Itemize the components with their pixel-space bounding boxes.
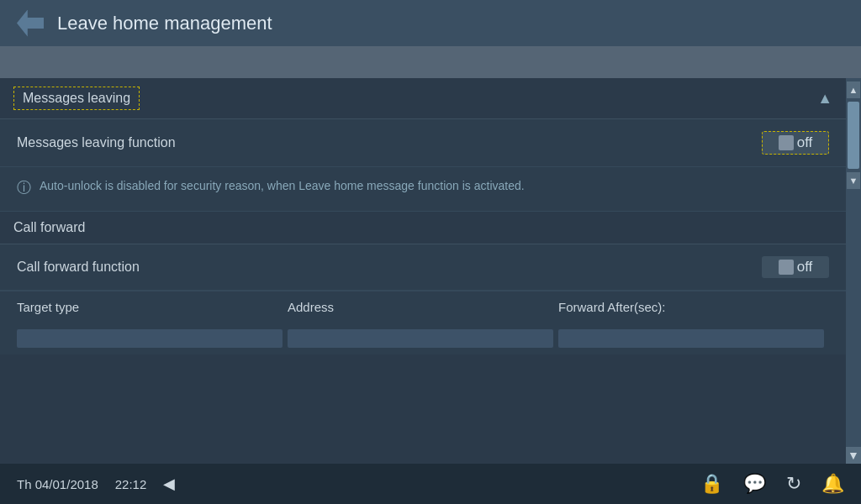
main-content: Messages leaving ▲ Messages leaving func… bbox=[0, 78, 861, 464]
scroll-area: Messages leaving ▲ Messages leaving func… bbox=[0, 78, 846, 464]
call-forward-section-header: Call forward bbox=[0, 212, 846, 244]
bell-icon[interactable]: 🔔 bbox=[821, 473, 844, 495]
call-forward-toggle-knob bbox=[779, 260, 794, 275]
call-forward-toggle-state: off bbox=[797, 259, 813, 276]
sub-header-bar bbox=[0, 46, 861, 78]
scrollbar-down-button[interactable]: ▼ bbox=[847, 172, 860, 189]
page-title: Leave home management bbox=[57, 13, 272, 34]
scrollbar-up-button[interactable]: ▲ bbox=[847, 81, 860, 98]
messages-leaving-toggle-state: off bbox=[797, 134, 813, 151]
lock-icon[interactable]: 🔒 bbox=[700, 473, 723, 495]
col-target-type: Target type bbox=[17, 300, 288, 314]
col-address: Address bbox=[288, 300, 558, 314]
scrollbar-thumb[interactable] bbox=[848, 102, 859, 169]
refresh-icon[interactable]: ↻ bbox=[786, 473, 801, 495]
collapse-button[interactable]: ▲ bbox=[817, 90, 832, 108]
messages-leaving-toggle[interactable]: off bbox=[762, 131, 829, 155]
messages-leaving-section-header: Messages leaving ▲ bbox=[0, 78, 846, 119]
info-icon: ⓘ bbox=[17, 178, 31, 197]
call-forward-toggle[interactable]: off bbox=[762, 256, 829, 278]
info-row: ⓘ Auto-unlock is disabled for security r… bbox=[0, 167, 846, 212]
title-bar: Leave home management bbox=[0, 0, 861, 46]
status-time: 22:12 bbox=[115, 477, 147, 491]
table-cell-2 bbox=[288, 329, 553, 348]
back-icon[interactable]: ◀ bbox=[163, 475, 175, 493]
info-text: Auto-unlock is disabled for security rea… bbox=[40, 177, 525, 195]
back-arrow-icon[interactable] bbox=[17, 10, 44, 37]
call-forward-title: Call forward bbox=[13, 220, 85, 235]
messages-leaving-function-row: Messages leaving function off bbox=[0, 119, 846, 167]
table-cell-1 bbox=[17, 329, 283, 348]
toggle-knob bbox=[779, 135, 794, 150]
status-bar: Th 04/01/2018 22:12 ◀ 🔒 💬 ↻ 🔔 bbox=[0, 464, 861, 504]
col-forward-after: Forward After(sec): bbox=[558, 300, 829, 314]
status-date: Th 04/01/2018 bbox=[17, 477, 98, 491]
table-header-row: Target type Address Forward After(sec): bbox=[0, 291, 846, 323]
call-forward-content: Call forward function off Target type Ad… bbox=[0, 244, 846, 354]
messages-leaving-title: Messages leaving bbox=[13, 87, 140, 110]
call-forward-function-label: Call forward function bbox=[17, 260, 140, 275]
table-data-row bbox=[0, 323, 846, 354]
chat-icon[interactable]: 💬 bbox=[743, 473, 766, 495]
status-left: Th 04/01/2018 22:12 ◀ bbox=[17, 475, 175, 493]
call-forward-function-row: Call forward function off bbox=[0, 244, 846, 291]
messages-leaving-function-label: Messages leaving function bbox=[17, 135, 176, 150]
scrollbar-track: ▲ ▼ bbox=[846, 78, 861, 464]
bottom-scroll-button[interactable]: ▼ bbox=[846, 447, 861, 464]
messages-leaving-content: Messages leaving function off ⓘ Auto-unl… bbox=[0, 119, 846, 212]
table-cell-3 bbox=[558, 329, 824, 348]
status-icons: 🔒 💬 ↻ 🔔 bbox=[700, 473, 844, 495]
